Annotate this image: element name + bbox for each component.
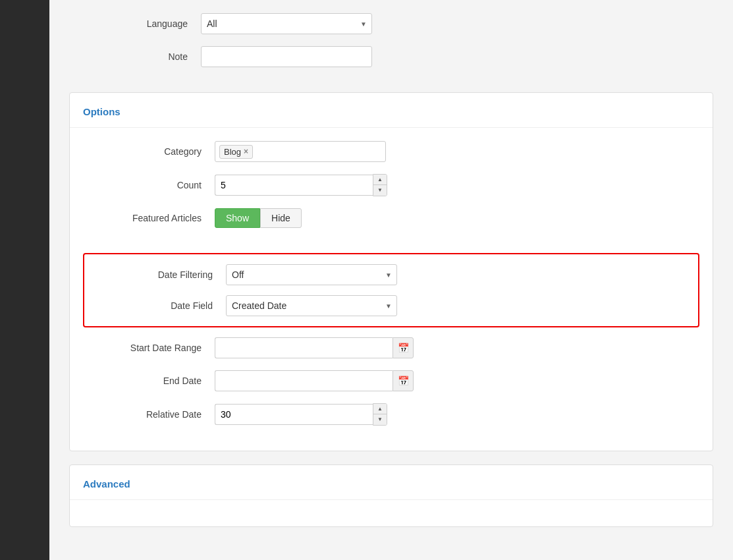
count-spinner-up[interactable]: ▲	[373, 175, 387, 185]
count-spinner-wrapper: 5 ▲ ▼	[215, 174, 387, 196]
language-select-wrapper: All English French Spanish	[201, 13, 372, 34]
featured-articles-label: Featured Articles	[83, 213, 215, 223]
relative-date-spinner-buttons: ▲ ▼	[373, 403, 387, 426]
count-spinner-down[interactable]: ▼	[373, 185, 387, 196]
date-field-label: Date Field	[94, 300, 226, 311]
category-tag-text: Blog	[224, 147, 241, 157]
page-wrapper: Language All English French Spanish Note…	[0, 0, 733, 560]
category-tag-remove[interactable]: ×	[244, 147, 248, 156]
relative-date-row: Relative Date 30 ▲ ▼	[83, 403, 699, 426]
main-content: Language All English French Spanish Note…	[49, 0, 733, 560]
language-label: Language	[69, 18, 201, 29]
date-filtering-select[interactable]: Off On	[226, 264, 397, 285]
date-field-select[interactable]: Created Date Modified Date Published Dat…	[226, 295, 397, 316]
start-date-input[interactable]	[215, 337, 393, 358]
start-date-input-wrapper: 📅	[215, 337, 414, 358]
date-field-row: Date Field Created Date Modified Date Pu…	[94, 295, 688, 316]
count-input[interactable]: 5	[215, 175, 373, 196]
calendar-icon: 📅	[398, 343, 409, 353]
divider	[83, 240, 699, 253]
date-filtering-select-wrapper: Off On	[226, 264, 397, 285]
note-input[interactable]	[201, 46, 372, 67]
category-tag: Blog ×	[219, 145, 253, 159]
end-date-input-wrapper: 📅	[215, 370, 414, 391]
show-button[interactable]: Show	[215, 208, 260, 228]
language-row: Language All English French Spanish	[69, 13, 713, 34]
hide-button[interactable]: Hide	[260, 208, 302, 228]
sidebar	[0, 0, 49, 560]
start-date-row: Start Date Range 📅	[83, 337, 699, 358]
date-field-select-wrapper: Created Date Modified Date Published Dat…	[226, 295, 397, 316]
featured-articles-toggle: Show Hide	[215, 208, 302, 228]
calendar-icon-2: 📅	[398, 376, 409, 386]
language-select[interactable]: All English French Spanish	[201, 13, 372, 34]
count-spinner-buttons: ▲ ▼	[373, 174, 387, 196]
relative-date-label: Relative Date	[83, 409, 215, 420]
end-date-calendar-button[interactable]: 📅	[393, 370, 414, 391]
relative-date-spinner-up[interactable]: ▲	[373, 404, 387, 414]
relative-date-spinner-down[interactable]: ▼	[373, 414, 387, 425]
relative-date-spinner-wrapper: 30 ▲ ▼	[215, 403, 387, 426]
end-date-row: End Date 📅	[83, 370, 699, 391]
options-body: Category Blog × Count 5 ▲	[70, 141, 713, 426]
category-row: Category Blog ×	[83, 141, 699, 162]
date-filter-highlight-box: Date Filtering Off On Date Field	[83, 253, 699, 327]
start-date-label: Start Date Range	[83, 343, 215, 353]
note-label: Note	[69, 51, 201, 62]
category-label: Category	[83, 146, 215, 157]
end-date-label: End Date	[83, 376, 215, 386]
advanced-title: Advanced	[70, 478, 713, 500]
count-row: Count 5 ▲ ▼	[83, 174, 699, 196]
featured-articles-row: Featured Articles Show Hide	[83, 208, 699, 228]
count-label: Count	[83, 180, 215, 190]
date-filtering-row: Date Filtering Off On	[94, 264, 688, 285]
relative-date-input[interactable]: 30	[215, 404, 373, 425]
category-tag-input[interactable]: Blog ×	[215, 141, 386, 162]
options-section: Options Category Blog × Count	[69, 92, 713, 451]
end-date-input[interactable]	[215, 370, 393, 391]
advanced-section: Advanced	[69, 464, 713, 527]
date-filtering-label: Date Filtering	[94, 269, 226, 280]
note-row: Note	[69, 46, 713, 67]
options-title: Options	[70, 106, 713, 128]
start-date-calendar-button[interactable]: 📅	[393, 337, 414, 358]
